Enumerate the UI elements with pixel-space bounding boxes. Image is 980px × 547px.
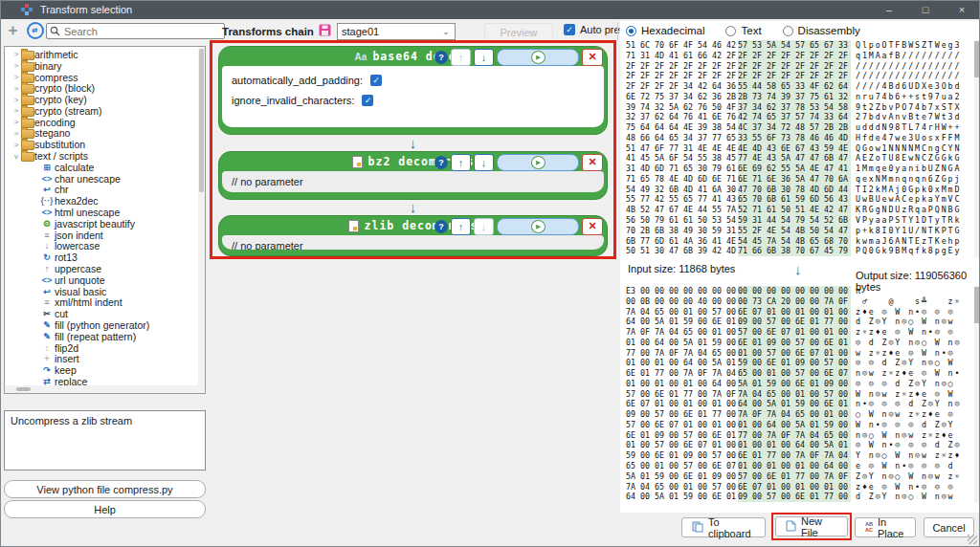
- search-icon: [50, 26, 60, 38]
- preview-button[interactable]: Preview: [484, 23, 553, 41]
- tree-item[interactable]: > arithmetic: [6, 49, 197, 60]
- tree-item[interactable]: > binary: [6, 60, 197, 72]
- radio-text[interactable]: Text: [725, 25, 761, 36]
- output-hex-scrollbar[interactable]: [974, 286, 979, 503]
- to-clipboard-button[interactable]: To clipboard: [681, 517, 766, 537]
- step-help-button[interactable]: ?: [434, 220, 448, 233]
- output-hex-view[interactable]: E3 00 00 00 00 00 00 0000 00 00 00 00 00…: [626, 286, 961, 502]
- tree-item-icon: [21, 129, 34, 139]
- tree-item[interactable]: > compress: [6, 72, 197, 83]
- help-button[interactable]: Help: [4, 500, 206, 518]
- close-button[interactable]: ×: [944, 0, 980, 19]
- tree-item-icon: ⚙: [39, 219, 55, 229]
- step-header[interactable]: bz2 decompress ? ↑ ↓ ▶ ✕: [219, 152, 607, 171]
- tree-item[interactable]: <> char unescape: [6, 173, 197, 185]
- tree-item[interactable]: > encoding: [6, 117, 197, 128]
- chain-name-select[interactable]: stage01 ⌄: [337, 23, 456, 40]
- chain-name-value: stage01: [342, 26, 441, 37]
- tree-chevron-icon[interactable]: >: [11, 118, 21, 126]
- step-header[interactable]: zlib decompress ? ↑ ↓ ▶ ✕: [219, 216, 607, 235]
- tree-item[interactable]: + insert: [6, 354, 197, 365]
- tree-item[interactable]: <> html unescape: [6, 207, 197, 218]
- tree-chevron-icon[interactable]: >: [11, 61, 21, 70]
- run-step-button[interactable]: ▶: [497, 154, 579, 171]
- save-chain-icon[interactable]: [319, 24, 331, 38]
- add-transform-button[interactable]: +: [4, 22, 22, 39]
- tree-item[interactable]: > substitution: [6, 139, 197, 150]
- tree-item[interactable]: > crypto (key): [6, 94, 197, 105]
- move-down-button[interactable]: ↓: [474, 49, 494, 66]
- tree-vertical-scrollbar[interactable]: [198, 47, 205, 393]
- tree-chevron-icon[interactable]: >: [11, 106, 21, 115]
- tree-chevron-icon[interactable]: >: [11, 96, 21, 104]
- tree-item[interactable]: ≡ xml/html indent: [6, 297, 197, 309]
- search-input[interactable]: [46, 23, 225, 39]
- step-help-button[interactable]: ?: [434, 51, 448, 64]
- move-down-button[interactable]: ↓: [474, 154, 494, 171]
- step-help-button[interactable]: ?: [434, 156, 448, 169]
- tree-horizontal-scrollbar[interactable]: [5, 385, 198, 393]
- step-header[interactable]: Aabase64 decode ? ↑ ↓ ▶ ✕: [219, 47, 607, 66]
- tree-item[interactable]: ⊞ calculate: [6, 162, 197, 173]
- delete-step-button[interactable]: ✕: [582, 154, 603, 171]
- tree-item-label: text / scripts: [34, 150, 88, 162]
- tree-item[interactable]: ↩ chr: [6, 185, 197, 196]
- tree-item-icon: [21, 107, 34, 117]
- tree-item-label: char unescape: [55, 173, 121, 185]
- move-up-button[interactable]: ↑: [451, 154, 471, 171]
- tree-item[interactable]: > crypto (block): [6, 82, 197, 94]
- transforms-chain-label: Transforms chain: [222, 26, 314, 37]
- tree-item-icon: [21, 74, 34, 83]
- text-transform-icon: Aa: [355, 52, 368, 62]
- tree-item-label: uppercase: [55, 263, 101, 274]
- tree-item[interactable]: ✎ fill (repeat pattern): [6, 331, 197, 342]
- transforms-tree[interactable]: > arithmetic > binary > compress > crypt…: [4, 46, 206, 394]
- hex-text-column: Z☺Y n☺○ W n☺w z☼: [856, 471, 961, 482]
- tree-item[interactable]: v text / scripts: [6, 150, 197, 162]
- tree-item[interactable]: > crypto (stream): [6, 105, 197, 117]
- tree-item[interactable]: ≡ json indent: [6, 230, 197, 241]
- tree-item[interactable]: ↩ visual basic: [6, 286, 197, 297]
- tree-item[interactable]: {··} hexa2dec: [6, 195, 197, 207]
- tree-chevron-icon[interactable]: >: [11, 141, 21, 149]
- new-file-button[interactable]: New File: [775, 516, 848, 536]
- param-checkbox[interactable]: ✓: [362, 95, 373, 106]
- resize-grip[interactable]: [968, 535, 977, 544]
- tree-chevron-icon[interactable]: >: [11, 84, 21, 93]
- minimize-button[interactable]: –: [871, 0, 907, 19]
- no-parameter-text: // no parameter: [232, 176, 604, 187]
- hex-row: 00 0B 00 00 00 40 00 0000 73 CA 20 00 00…: [626, 296, 961, 307]
- tree-item[interactable]: ↓ lowercase: [6, 241, 197, 252]
- maximize-button[interactable]: □: [907, 0, 944, 19]
- tree-chevron-icon[interactable]: >: [11, 73, 21, 81]
- input-hex-view[interactable]: 51 6C 70 6F 4F 54 46 4257 53 5A 54 57 65…: [626, 40, 961, 256]
- run-step-button[interactable]: ▶: [497, 218, 579, 235]
- run-step-button[interactable]: ▶: [497, 49, 579, 66]
- tree-item[interactable]: ↕ flip2d: [6, 342, 197, 354]
- input-hex-scrollbar[interactable]: [974, 40, 979, 257]
- tree-chevron-icon[interactable]: v: [11, 152, 21, 161]
- move-up-button[interactable]: ↑: [451, 218, 471, 235]
- hex-row: 65 00 01 00 57 00 6E 0701 00 01 00 01 00…: [626, 461, 961, 471]
- param-checkbox[interactable]: ✓: [370, 75, 382, 86]
- tree-item[interactable]: ↷ keep: [6, 364, 197, 376]
- tree-chevron-icon[interactable]: >: [11, 50, 21, 58]
- radio-disassembly[interactable]: Disassembly: [783, 25, 860, 36]
- tree-item[interactable]: > stegano: [6, 128, 197, 140]
- radio-hexadecimal[interactable]: Hexadecimal: [626, 25, 704, 36]
- delete-step-button[interactable]: ✕: [582, 218, 603, 235]
- tree-item[interactable]: ⚙ javascript beautify: [6, 218, 197, 230]
- delete-step-button[interactable]: ✕: [582, 49, 603, 66]
- tree-item[interactable]: ✎ fill (python generator): [6, 319, 197, 331]
- tree-chevron-icon[interactable]: >: [11, 129, 21, 138]
- hex-row: 01 00 01 00 01 00 64 005A 01 59 00 6E 01…: [626, 379, 961, 389]
- tree-item[interactable]: ↑ uppercase: [6, 263, 197, 274]
- tree-item[interactable]: <> url unquote: [6, 274, 197, 286]
- in-place-button[interactable]: ABAC In Place: [855, 517, 916, 537]
- tree-item[interactable]: ↻ rot13: [6, 252, 197, 263]
- tree-item[interactable]: ✂ cut: [6, 308, 197, 319]
- reset-chain-button[interactable]: ⇄: [26, 22, 44, 39]
- radio-icon: [725, 26, 736, 36]
- tree-item-label: arithmetic: [34, 49, 78, 60]
- view-python-file-button[interactable]: View python file compress.py: [4, 480, 206, 498]
